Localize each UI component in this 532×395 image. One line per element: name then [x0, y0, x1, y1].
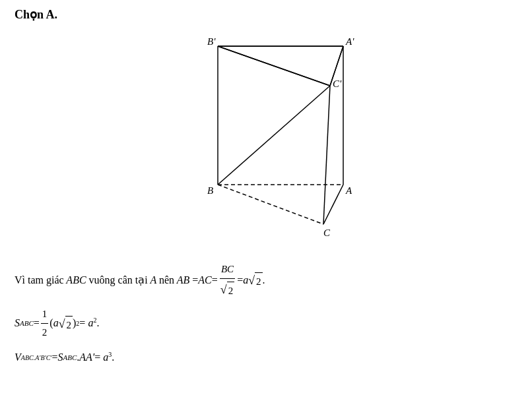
svg-text:C': C' — [333, 78, 342, 89]
line2-sub-abc: ABC — [20, 317, 34, 330]
line1-explanation: Vì tam giác ABC vuông cân tại A nên AB =… — [15, 260, 517, 300]
svg-line-7 — [218, 185, 323, 224]
geometry-diagram: B' A' C' B A C — [198, 33, 370, 244]
line1-text1: Vì tam giác — [15, 271, 64, 290]
line1-abc: ABC — [64, 271, 89, 290]
line3-result: = a3. — [94, 348, 114, 367]
line3-volume: V ABC.A'B'C' = S ABC . AA' = a3. — [15, 348, 517, 367]
line1-frac-den: √ 2 — [219, 279, 236, 300]
line1-dot: . — [263, 271, 265, 290]
line2-half-num: 1 — [41, 305, 49, 324]
line1-frac-num: BC — [220, 260, 235, 279]
line3-s: S — [58, 348, 63, 367]
line2-s-label: S — [15, 314, 20, 333]
svg-line-8 — [323, 185, 343, 224]
line1-a: A — [148, 271, 159, 290]
math-explanation: Vì tam giác ABC vuông cân tại A nên AB =… — [15, 260, 517, 373]
svg-text:B': B' — [207, 36, 216, 47]
line1-text2: vuông cân tại — [89, 271, 148, 290]
line1-eq2: = — [212, 271, 218, 290]
line2-half-den: 2 — [41, 324, 49, 342]
line1-text3: nên — [159, 271, 174, 290]
line2-sqrt2: √ 2 — [59, 313, 73, 334]
line1-sqrt2-expr: √ 2 — [248, 270, 262, 291]
line2-eq: = — [34, 314, 40, 333]
line2-half-frac: 1 2 — [41, 305, 49, 342]
svg-text:B: B — [207, 185, 213, 196]
line3-eq: = — [51, 348, 57, 367]
line3-sub: ABC.A'B'C' — [21, 352, 52, 364]
answer-label: Chọn A. — [15, 7, 57, 22]
svg-line-10 — [218, 46, 330, 86]
line2-result: = a2. — [79, 314, 99, 333]
svg-text:A: A — [345, 185, 352, 196]
svg-line-5 — [323, 86, 330, 224]
line1-ac: AC — [198, 271, 211, 290]
svg-text:A': A' — [345, 36, 354, 47]
line1-eq3: = — [237, 271, 243, 290]
line2-a: a — [53, 314, 59, 333]
line1-eq1: = — [192, 271, 198, 290]
line2-area: S ABC = 1 2 ( a √ 2 ) 2 = a2. — [15, 305, 517, 342]
line1-sqrt: √ 2 — [220, 279, 234, 300]
line3-v-label: V — [15, 348, 21, 367]
svg-line-12 — [218, 86, 330, 185]
line3-sub2: ABC — [63, 351, 77, 365]
line3-aa: AA' — [79, 348, 94, 367]
line1-ab: AB — [174, 271, 192, 290]
svg-text:C: C — [323, 228, 331, 238]
line1-fraction: BC √ 2 — [219, 260, 236, 300]
line1-asqrt2: a — [243, 271, 248, 290]
